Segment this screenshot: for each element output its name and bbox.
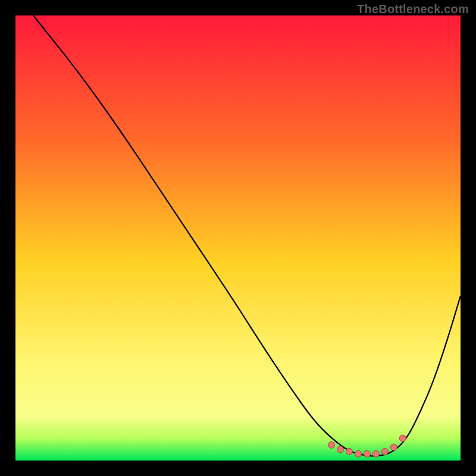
flat-region-marker [346, 449, 353, 455]
flat-region-marker [328, 441, 335, 448]
flat-region-marker [355, 450, 362, 457]
chart-svg [15, 15, 461, 461]
chart-frame: TheBottleneck.com [0, 0, 476, 476]
flat-region-marker [399, 435, 406, 441]
flat-region-marker [364, 450, 370, 457]
flat-region-marker [390, 444, 397, 450]
flat-region-marker [372, 450, 379, 457]
watermark-text: TheBottleneck.com [357, 2, 469, 16]
gradient-background [15, 15, 461, 461]
plot-area [15, 15, 461, 461]
flat-region-marker [337, 446, 344, 453]
flat-region-marker [381, 449, 388, 455]
